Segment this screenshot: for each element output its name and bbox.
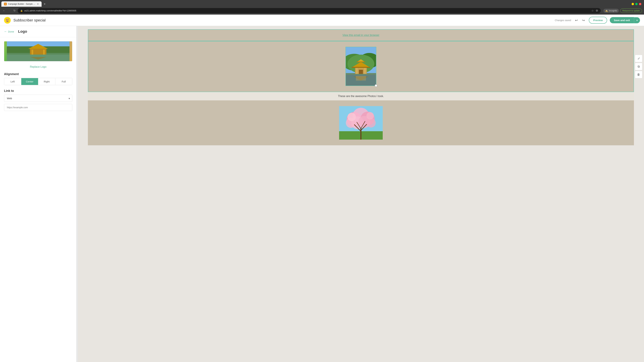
canvas-inner: View this email in your browser (78, 26, 644, 149)
svg-rect-19 (357, 61, 365, 62)
logo-image-section[interactable]: ⤢ ⧉ 🗑 (88, 41, 634, 92)
move-tool-button[interactable]: ⤢ (635, 55, 642, 62)
save-exit-group: Save and exit ▾ (610, 17, 640, 23)
temple-preview-svg (4, 41, 72, 61)
svg-rect-21 (364, 68, 366, 74)
changes-saved-status: Changes saved (555, 19, 571, 22)
floating-toolbar: ⤢ ⧉ 🗑 (635, 55, 642, 78)
incognito-icon: 🕵 (605, 9, 608, 12)
sidebar: ← Done Logo (0, 26, 76, 362)
redo-button[interactable]: ↪ (580, 17, 586, 24)
address-bar-row: ← → ↻ 🔒 us21.admin.mailchimp.com/email/e… (0, 7, 644, 14)
lock-icon: 🔒 (20, 9, 23, 12)
view-browser-section: View this email in your browser (88, 29, 634, 41)
close-button[interactable] (639, 3, 641, 5)
svg-rect-6 (43, 50, 45, 55)
bookmark-icon[interactable]: ☆ (591, 9, 594, 12)
link-select-wrapper: Web Email File Phone ▾ (4, 95, 72, 102)
align-left-button[interactable]: Left (4, 78, 21, 85)
resize-handle[interactable] (375, 84, 377, 87)
link-url-input[interactable] (4, 104, 72, 111)
svg-rect-24 (356, 76, 366, 81)
tab-favicon: M (4, 3, 7, 5)
replace-logo-button[interactable]: Replace Logo (30, 65, 46, 68)
sidebar-header: ← Done Logo (0, 26, 76, 37)
align-center-button[interactable]: Center (21, 78, 38, 85)
canvas-area[interactable]: View this email in your browser (78, 26, 644, 362)
align-full-button[interactable]: Full (55, 78, 72, 85)
restore-button[interactable] (635, 3, 638, 5)
svg-point-33 (366, 118, 376, 128)
delete-tool-button[interactable]: 🗑 (635, 71, 642, 78)
alignment-section: Alignment Left Center Right Full (4, 72, 72, 85)
incognito-label: Incognito (609, 9, 617, 12)
alignment-group: Left Center Right Full (4, 78, 72, 85)
align-right-button[interactable]: Right (38, 78, 55, 85)
undo-button[interactable]: ↩ (574, 17, 579, 24)
relaunch-button[interactable]: Relaunch to update (620, 8, 642, 13)
photo-caption-text: These are the awesome Photos I took. (338, 95, 384, 97)
save-exit-dropdown-button[interactable]: ▾ (634, 17, 640, 23)
done-arrow-icon: ← (4, 30, 7, 33)
done-label: Done (8, 30, 14, 33)
undo-redo-group: ↩ ↪ (574, 17, 586, 24)
main-layout: ← Done Logo (0, 26, 644, 362)
svg-rect-17 (352, 67, 370, 68)
svg-point-34 (348, 113, 356, 121)
address-text: us21.admin.mailchimp.com/email/editor?id… (24, 9, 76, 12)
svg-rect-5 (32, 50, 33, 55)
temple-canvas-svg (346, 47, 376, 86)
link-to-label: Link to (4, 89, 72, 93)
logo-image-container[interactable] (346, 47, 376, 86)
cherry-blossom-section[interactable] (88, 100, 634, 145)
refresh-button[interactable]: ↻ (13, 8, 16, 13)
address-bar[interactable]: 🔒 us21.admin.mailchimp.com/email/editor?… (18, 8, 601, 13)
save-exit-button[interactable]: Save and exit (610, 17, 634, 23)
logo-image-placeholder (4, 41, 72, 61)
extensions-icon[interactable]: ⚙ (596, 9, 598, 12)
sidebar-panel-title: Logo (18, 29, 27, 34)
incognito-badge: 🕵 Incognito (604, 9, 619, 13)
copy-tool-button[interactable]: ⧉ (635, 63, 642, 70)
link-to-section: Link to Web Email File Phone ▾ (4, 89, 72, 111)
tab-title: Campaign Builder - Sample Tem... (8, 3, 36, 5)
sidebar-divider (76, 26, 78, 362)
cherry-blossom-svg (339, 106, 383, 140)
logo-preview (4, 41, 72, 61)
window-controls (632, 3, 643, 5)
campaign-title: Subbscriber special (14, 18, 46, 22)
browser-extensions: 🕵 Incognito Relaunch to update (604, 8, 642, 13)
address-actions: ☆ ⚙ (591, 9, 598, 12)
view-browser-link[interactable]: View this email in your browser (342, 34, 379, 36)
app-header: 🐒 Subbscriber special Changes saved ↩ ↪ … (0, 14, 644, 26)
photo-caption: These are the awesome Photos I took. (88, 92, 634, 100)
logo-image-box (346, 47, 376, 86)
back-button[interactable]: ← (2, 8, 6, 13)
forward-button[interactable]: → (8, 8, 12, 13)
svg-rect-22 (359, 70, 363, 74)
svg-rect-20 (356, 68, 358, 74)
link-type-select[interactable]: Web Email File Phone (4, 95, 72, 102)
active-tab[interactable]: M Campaign Builder - Sample Tem... ✕ (1, 1, 42, 7)
browser-chrome: M Campaign Builder - Sample Tem... ✕ + ←… (0, 0, 644, 14)
mailchimp-logo: 🐒 (4, 17, 11, 24)
preview-button[interactable]: Preview (589, 17, 607, 24)
new-tab-button[interactable]: + (42, 2, 47, 6)
done-button[interactable]: ← Done (4, 30, 14, 33)
alignment-label: Alignment (4, 72, 72, 76)
sidebar-body: Replace Logo Alignment Left Center Right… (0, 37, 76, 115)
minimize-button[interactable] (632, 3, 634, 5)
tab-close-icon[interactable]: ✕ (37, 3, 39, 5)
tab-bar: M Campaign Builder - Sample Tem... ✕ + (0, 0, 644, 7)
svg-point-35 (366, 112, 374, 119)
cherry-image-box (339, 106, 383, 140)
